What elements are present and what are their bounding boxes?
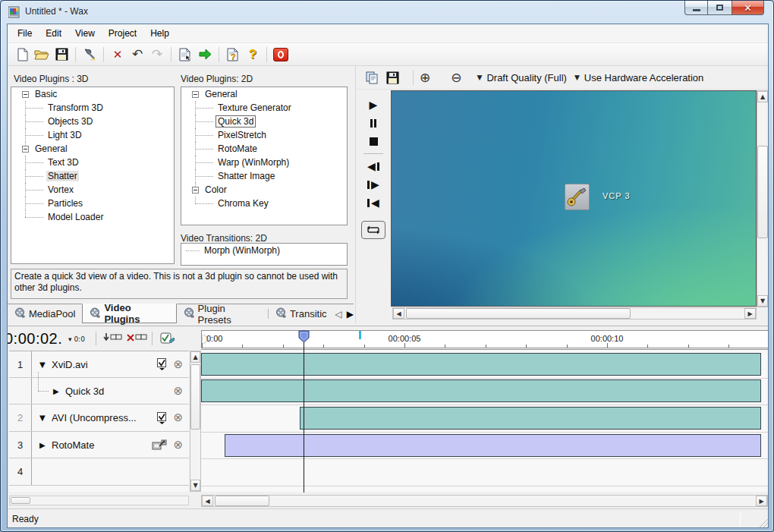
collapse-toggle-icon[interactable] bbox=[192, 91, 199, 98]
tree-item-quick-3d[interactable]: Quick 3d bbox=[181, 115, 347, 128]
stop-button[interactable] bbox=[362, 132, 385, 150]
scroll-thumb[interactable] bbox=[11, 497, 30, 504]
expand-toggle-icon[interactable]: ▶ bbox=[53, 387, 59, 395]
expand-toggle-icon[interactable]: ▶ bbox=[39, 441, 46, 449]
scroll-thumb[interactable] bbox=[190, 364, 200, 430]
scroll-thumb[interactable] bbox=[406, 308, 631, 319]
play-button[interactable]: ▶ bbox=[362, 96, 385, 114]
record-power-icon[interactable] bbox=[272, 46, 290, 63]
help-question-icon[interactable]: ? bbox=[244, 46, 262, 63]
track-row-avi-uncompress-[interactable]: 2▼AVI (Uncompress...⊗ bbox=[9, 405, 189, 432]
tree-item-shatter-image[interactable]: Shatter Image bbox=[181, 169, 347, 183]
tab-mediapool[interactable]: MediaPool bbox=[8, 304, 82, 323]
tree-group-general[interactable]: General bbox=[181, 87, 347, 101]
scroll-left-icon[interactable]: ◀ bbox=[202, 496, 213, 506]
timeline-clip[interactable] bbox=[201, 379, 761, 402]
run-arrow-icon[interactable] bbox=[196, 46, 214, 63]
redo-arrow-icon[interactable]: ↷ bbox=[148, 46, 166, 63]
track-row-rotomate[interactable]: 3▶RotoMate⊗ bbox=[9, 432, 189, 458]
minimize-button[interactable] bbox=[684, 1, 708, 15]
preview-vertical-scrollbar[interactable]: ▲ ▼ bbox=[757, 90, 769, 307]
preview-horizontal-scrollbar[interactable]: ◀ ▶ bbox=[392, 307, 757, 320]
restore-button[interactable] bbox=[708, 1, 732, 15]
timeline-horizontal-scrollbar[interactable]: ◀ ▶ bbox=[201, 495, 768, 507]
track-row-quick-3d[interactable]: ▶Quick 3d⊗ bbox=[9, 378, 189, 405]
tree-group-color[interactable]: Color bbox=[181, 183, 347, 197]
timeline-clip[interactable] bbox=[300, 407, 761, 430]
render-check-icon[interactable] bbox=[156, 358, 168, 370]
help-document-icon[interactable]: ? bbox=[224, 46, 242, 63]
tree-item-transform-3d[interactable]: Transform 3D bbox=[11, 101, 174, 115]
quality-dropdown-label[interactable]: Draft Quality (Full) bbox=[486, 72, 566, 83]
scroll-right-icon[interactable]: ▶ bbox=[744, 308, 756, 319]
remove-icon[interactable]: ⊗ bbox=[173, 386, 183, 397]
tree-item-warp-winmorph-[interactable]: Warp (WinMorph) bbox=[181, 156, 347, 169]
copy-frame-icon[interactable] bbox=[365, 71, 379, 84]
collapse-toggle-icon[interactable]: ▼ bbox=[39, 414, 46, 422]
tab-plugin-presets[interactable]: Plugin Presets bbox=[177, 304, 268, 323]
collapse-toggle-icon[interactable] bbox=[22, 91, 29, 98]
delete-track-icon[interactable] bbox=[126, 332, 147, 344]
open-folder-icon[interactable] bbox=[33, 46, 51, 63]
playhead-line[interactable] bbox=[304, 330, 304, 493]
track-row-4[interactable]: 4 bbox=[9, 458, 189, 486]
zoom-in-icon[interactable]: ⊕ bbox=[420, 71, 430, 84]
remove-icon[interactable]: ⊗ bbox=[173, 359, 183, 370]
save-floppy-icon[interactable] bbox=[52, 46, 71, 63]
scroll-thumb[interactable] bbox=[757, 146, 768, 238]
export-frame-icon[interactable] bbox=[152, 439, 168, 451]
render-check-icon[interactable] bbox=[156, 412, 168, 424]
step-back-button[interactable]: ◀ bbox=[362, 157, 385, 175]
tree-item-morph-winmorph-[interactable]: Morph (WinMorph) bbox=[181, 244, 347, 257]
menu-view[interactable]: View bbox=[68, 25, 102, 42]
tree-item-particles[interactable]: Particles bbox=[11, 197, 174, 210]
tree-item-shatter[interactable]: Shatter bbox=[11, 169, 174, 183]
timeline-clip[interactable] bbox=[201, 353, 761, 376]
go-start-button[interactable]: ◀ bbox=[362, 194, 385, 212]
zoom-out-icon[interactable]: ⊖ bbox=[451, 71, 461, 84]
tracklist-horizontal-scrollbar[interactable] bbox=[9, 496, 189, 505]
close-button[interactable]: ✕ bbox=[732, 1, 764, 15]
acceleration-dropdown-label[interactable]: Use Hardware Acceleration bbox=[584, 72, 704, 83]
titlebar[interactable]: Untitled * - Wax ✕ bbox=[1, 1, 773, 24]
tree-group-basic[interactable]: Basic bbox=[11, 87, 174, 101]
timeline-clip[interactable] bbox=[225, 434, 761, 457]
collapse-toggle-icon[interactable] bbox=[192, 187, 199, 194]
timecode-unit-dropdown[interactable]: ▾ 0:0 bbox=[68, 335, 85, 343]
quality-dropdown-arrow[interactable]: ▼ bbox=[477, 74, 483, 81]
resize-grip[interactable] bbox=[759, 518, 768, 527]
track-row-xvid-avi[interactable]: 1▼XviD.avi⊗ bbox=[9, 351, 189, 378]
edit-properties-icon[interactable] bbox=[159, 332, 176, 345]
tab-scroll-left-icon[interactable]: ◁ bbox=[335, 309, 342, 320]
delete-x-icon[interactable]: ✕ bbox=[109, 46, 127, 63]
timeline-ruler[interactable]: 0:0000:00:0500:00:10 bbox=[201, 330, 768, 348]
pause-button[interactable] bbox=[362, 114, 385, 132]
tree-item-texture-generator[interactable]: Texture Generator bbox=[181, 101, 347, 115]
undo-arrow-icon[interactable]: ↶ bbox=[128, 46, 146, 63]
tree-item-chroma-key[interactable]: Chroma Key bbox=[181, 197, 347, 210]
loop-button[interactable] bbox=[361, 221, 385, 239]
remove-icon[interactable]: ⊗ bbox=[173, 412, 183, 423]
remove-icon[interactable]: ⊗ bbox=[173, 439, 183, 451]
tab-video-plugins[interactable]: Video Plugins bbox=[82, 304, 176, 323]
scroll-right-icon[interactable]: ▶ bbox=[756, 496, 767, 506]
menu-help[interactable]: Help bbox=[143, 25, 176, 42]
scroll-up-icon[interactable]: ▲ bbox=[190, 351, 200, 363]
export-document-icon[interactable] bbox=[176, 46, 194, 63]
new-document-icon[interactable] bbox=[13, 46, 31, 63]
tab-scroll-right-icon[interactable]: ▶ bbox=[347, 309, 354, 320]
tab-transitic[interactable]: Transitic bbox=[269, 304, 334, 323]
menu-edit[interactable]: Edit bbox=[39, 25, 68, 42]
tree-group-general[interactable]: General bbox=[11, 142, 174, 156]
tree-item-pixelstretch[interactable]: PixelStretch bbox=[181, 128, 347, 142]
menu-project[interactable]: Project bbox=[102, 25, 143, 42]
scroll-down-icon[interactable]: ▼ bbox=[757, 295, 768, 307]
tree-item-light-3d[interactable]: Light 3D bbox=[11, 128, 174, 142]
scroll-thumb[interactable] bbox=[215, 496, 269, 506]
collapse-toggle-icon[interactable] bbox=[22, 146, 29, 153]
acceleration-dropdown-arrow[interactable]: ▼ bbox=[574, 74, 580, 81]
scroll-down-icon[interactable]: ▼ bbox=[190, 480, 200, 491]
collapse-toggle-icon[interactable]: ▼ bbox=[39, 360, 46, 369]
tree-item-vortex[interactable]: Vortex bbox=[11, 183, 174, 197]
tracks-vertical-scrollbar[interactable]: ▲ ▼ bbox=[190, 351, 201, 492]
